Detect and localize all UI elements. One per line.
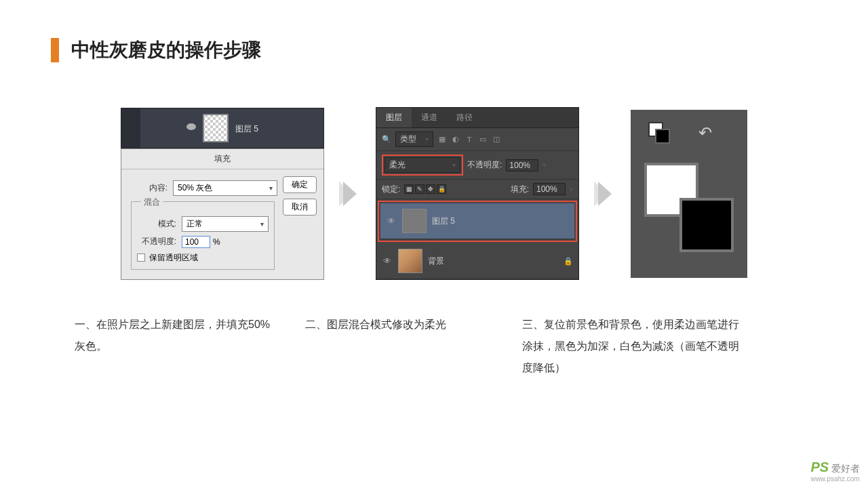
caption-3: 三、复位前景色和背景色，使用柔边画笔进行涂抹，黑色为加深，白色为减淡（画笔不透明… <box>522 314 739 379</box>
chevron-down-icon[interactable]: ▾ <box>570 186 573 193</box>
mode-value: 正常 <box>186 218 203 230</box>
eye-icon[interactable]: 👁 <box>382 256 393 266</box>
filter-smart-icon[interactable]: ◫ <box>492 135 501 144</box>
layer-name: 背景 <box>428 256 444 267</box>
layer-name: 图层 5 <box>432 216 455 227</box>
accent-bar <box>51 38 59 62</box>
chevron-down-icon: ▾ <box>452 161 456 169</box>
lock-brush-icon[interactable]: ✎ <box>415 184 425 194</box>
tab-channels[interactable]: 通道 <box>412 108 447 127</box>
filter-pixel-icon[interactable]: ▦ <box>437 135 447 144</box>
chevron-right-icon <box>343 182 357 206</box>
filter-adjust-icon[interactable]: ◐ <box>451 135 460 144</box>
lock-move-icon[interactable]: ✥ <box>426 184 435 194</box>
preserve-checkbox[interactable]: 保留透明区域 <box>137 252 269 264</box>
layer-thumbnail[interactable] <box>402 209 427 233</box>
content-dropdown[interactable]: 50% 灰色 ▾ <box>173 180 277 196</box>
blend-group-label: 混合 <box>141 197 163 208</box>
filter-type-icon[interactable]: T <box>465 135 474 144</box>
lock-transparent-icon[interactable]: ▦ <box>404 184 414 194</box>
tab-layers[interactable]: 图层 <box>376 108 412 127</box>
dialog-title: 填充 <box>121 149 323 169</box>
lock-label: 锁定: <box>382 184 400 195</box>
checkbox-icon <box>137 253 145 262</box>
watermark-url: www.psahz.com <box>810 475 860 483</box>
ok-button[interactable]: 确定 <box>283 176 317 193</box>
swap-colors-small[interactable] <box>648 122 669 142</box>
tab-paths[interactable]: 路径 <box>447 108 482 127</box>
opacity-label: 不透明度: <box>137 236 182 247</box>
layer-strip: 图层 5 <box>121 108 324 148</box>
chevron-down-icon: ▾ <box>425 136 429 143</box>
layer-thumbnail[interactable] <box>398 249 422 273</box>
swap-arrow-icon[interactable]: ↶ <box>698 123 719 144</box>
chevron-right-icon <box>598 182 612 206</box>
chevron-down-icon[interactable]: ▾ <box>542 161 546 169</box>
fill-dialog: 填充 内容: 50% 灰色 ▾ 混合 模式: <box>121 148 324 280</box>
preserve-label: 保留透明区域 <box>149 252 198 264</box>
layer5-highlight: 👁 图层 5 <box>378 201 577 242</box>
layer-name: 图层 5 <box>235 123 258 135</box>
filter-shape-icon[interactable]: ▭ <box>478 135 488 144</box>
lock-icon: 🔒 <box>564 257 573 266</box>
search-icon[interactable]: 🔍 <box>382 135 391 144</box>
opacity-input[interactable]: 100 <box>182 236 210 248</box>
mode-label: 模式: <box>137 218 182 230</box>
fill-label: 填充: <box>511 184 529 195</box>
caption-2: 二、图层混合模式修改为柔光 <box>305 314 488 379</box>
fill-dialog-panel: 图层 5 填充 内容: 50% 灰色 ▾ 混合 <box>121 108 324 280</box>
watermark-brand: PS <box>810 460 829 474</box>
layer-row-5[interactable]: 👁 图层 5 <box>380 203 574 239</box>
swatch-panel: ↶ <box>631 110 747 278</box>
opacity-unit: % <box>213 237 220 247</box>
kind-dropdown[interactable]: 类型▾ <box>395 131 433 147</box>
chevron-down-icon: ▾ <box>260 220 264 228</box>
opacity-value[interactable]: 100% <box>506 159 538 171</box>
layer-row-background[interactable]: 👁 背景 🔒 <box>376 243 578 279</box>
layer-thumbnail[interactable] <box>203 114 229 142</box>
caption-1: 一、在照片层之上新建图层，并填充50%灰色。 <box>75 314 271 379</box>
page-title: 中性灰磨皮的操作步骤 <box>71 37 261 63</box>
eye-icon[interactable]: 👁 <box>386 216 397 226</box>
cancel-button[interactable]: 取消 <box>283 199 317 216</box>
eye-icon[interactable] <box>186 123 196 130</box>
content-label: 内容: <box>128 182 173 194</box>
opacity-label: 不透明度: <box>467 159 502 171</box>
watermark-text: 爱好者 <box>831 463 860 474</box>
background-swatch[interactable] <box>679 198 734 252</box>
lock-icons: ▦ ✎ ✥ 🔒 <box>404 184 446 194</box>
fill-value[interactable]: 100% <box>533 183 566 195</box>
layers-panel: 图层 通道 路径 🔍 类型▾ ▦ ◐ T ▭ ◫ 柔光▾ 不透明度: 100% … <box>376 107 579 280</box>
content-value: 50% 灰色 <box>178 182 212 194</box>
chevron-down-icon: ▾ <box>269 184 273 192</box>
lock-all-icon[interactable]: 🔒 <box>437 184 446 194</box>
blend-mode-highlight: 柔光▾ <box>382 155 463 176</box>
blend-mode-dropdown[interactable]: 柔光▾ <box>384 157 460 173</box>
panel-tabs: 图层 通道 路径 <box>376 108 578 128</box>
watermark: PS 爱好者 www.psahz.com <box>810 460 860 483</box>
mode-dropdown[interactable]: 正常 ▾ <box>182 216 269 232</box>
